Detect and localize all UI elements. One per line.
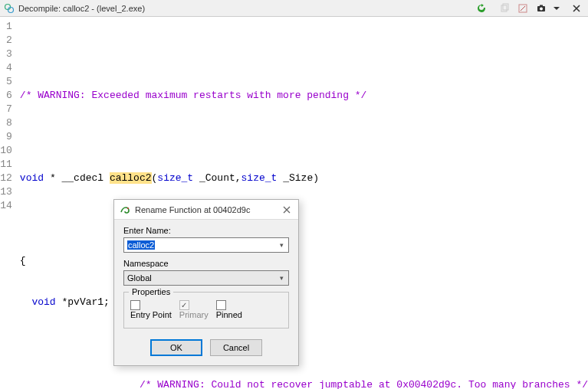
code-line: /* WARNING: Could not recover jumptable … [20, 378, 588, 389]
checkbox-icon [130, 300, 140, 310]
dialog-title: Rename Function at 00402d9c [135, 205, 280, 214]
snapshot-button[interactable] [533, 2, 550, 15]
dialog-close-icon[interactable] [280, 203, 294, 217]
close-button[interactable] [568, 2, 585, 15]
namespace-value: Global [126, 273, 276, 283]
code-line [20, 47, 588, 61]
enter-name-label: Enter Name: [123, 226, 289, 235]
svg-point-8 [127, 208, 129, 209]
svg-point-6 [540, 7, 543, 10]
properties-legend: Properties [129, 287, 173, 296]
code-line [20, 130, 588, 144]
checkbox-icon: ✓ [179, 300, 189, 310]
pinned-checkbox[interactable]: Pinned [216, 300, 242, 319]
entry-point-checkbox[interactable]: Entry Point [130, 300, 172, 319]
dropdown-button[interactable] [551, 2, 562, 15]
chevron-down-icon[interactable]: ▾ [276, 274, 287, 282]
properties-group: Properties Entry Point ✓ Primary Pinned [123, 292, 289, 329]
code-line: void * __cdecl calloc2(size_t _Count,siz… [20, 172, 588, 185]
code-line: { [20, 254, 588, 268]
code-line [20, 337, 588, 351]
decompile-icon [3, 2, 15, 15]
rename-function-dialog: Rename Function at 00402d9c Enter Name: … [113, 199, 299, 366]
line-gutter: 1234567891011121314 [0, 17, 15, 389]
cancel-button[interactable]: Cancel [210, 339, 262, 356]
enter-name-value: calloc2 [127, 240, 155, 250]
namespace-select[interactable]: Global ▾ [123, 270, 289, 286]
function-name-highlight[interactable]: calloc2 [110, 172, 152, 184]
enter-name-input[interactable]: calloc2 ▾ [123, 237, 289, 253]
checkbox-icon [216, 300, 226, 310]
code-content[interactable]: /* WARNING: Exceeded maximum restarts wi… [15, 17, 588, 389]
code-line: /* WARNING: Exceeded maximum restarts wi… [20, 89, 588, 103]
code-line: void *pvVar1; [20, 296, 588, 309]
titlebar: Decompile: calloc2 - (level_2.exe) [0, 0, 588, 17]
dialog-titlebar[interactable]: Rename Function at 00402d9c [114, 200, 298, 220]
dialog-body: Enter Name: calloc2 ▾ Namespace Global ▾… [114, 220, 298, 332]
ghidra-icon [119, 204, 131, 216]
svg-point-1 [8, 7, 14, 12]
svg-rect-7 [540, 5, 543, 6]
svg-rect-3 [503, 4, 508, 10]
refresh-button[interactable] [473, 2, 490, 15]
namespace-label: Namespace [123, 259, 289, 268]
svg-rect-2 [501, 5, 507, 11]
dialog-buttons: OK Cancel [114, 332, 298, 365]
ok-button[interactable]: OK [150, 339, 202, 356]
svg-point-0 [5, 4, 11, 9]
chevron-down-icon[interactable]: ▾ [276, 241, 287, 249]
primary-checkbox: ✓ Primary [179, 300, 209, 319]
copy-button [496, 2, 513, 15]
edit-button[interactable] [514, 2, 531, 15]
code-line [20, 213, 588, 227]
window-title: Decompile: calloc2 - (level_2.exe) [18, 4, 471, 13]
